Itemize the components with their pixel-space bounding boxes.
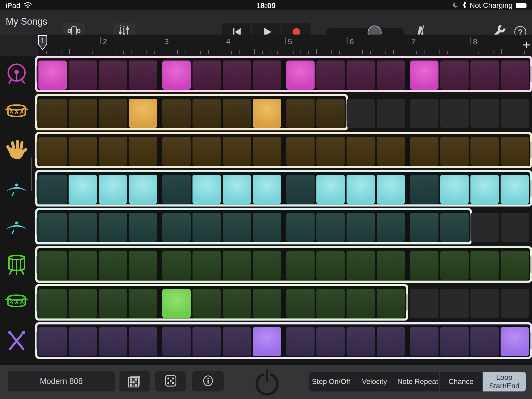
step-cell[interactable] <box>223 175 251 204</box>
step-cell[interactable] <box>501 137 529 166</box>
step-cell[interactable] <box>129 137 157 166</box>
step-cell[interactable] <box>99 213 127 242</box>
step-cell[interactable] <box>253 61 281 90</box>
step-cell[interactable] <box>129 289 157 318</box>
step-cell[interactable] <box>470 99 499 128</box>
step-cell[interactable] <box>286 213 315 242</box>
step-cell[interactable] <box>192 213 221 242</box>
step-cell[interactable] <box>38 289 67 318</box>
step-cell[interactable] <box>501 251 529 280</box>
mode-button-velocity[interactable]: Velocity <box>353 372 396 391</box>
step-cell[interactable] <box>192 251 221 280</box>
step-cell[interactable] <box>501 61 529 90</box>
step-cell[interactable] <box>440 61 469 90</box>
step-cell[interactable] <box>129 175 157 204</box>
step-cell[interactable] <box>501 99 529 128</box>
step-cell[interactable] <box>347 289 375 318</box>
floor-tom-icon[interactable] <box>5 252 29 276</box>
step-cell[interactable] <box>69 213 97 242</box>
step-cell[interactable] <box>377 61 405 90</box>
step-cell[interactable] <box>192 137 221 166</box>
step-cell[interactable] <box>38 175 67 204</box>
step-cell[interactable] <box>99 137 127 166</box>
step-cell[interactable] <box>69 251 97 280</box>
step-cell[interactable] <box>253 251 281 280</box>
step-cell[interactable] <box>316 137 345 166</box>
step-cell[interactable] <box>129 327 157 356</box>
step-cell[interactable] <box>440 213 469 242</box>
step-cell[interactable] <box>162 327 191 356</box>
step-cell[interactable] <box>347 327 375 356</box>
step-cell[interactable] <box>192 175 221 204</box>
step-cell[interactable] <box>223 289 251 318</box>
step-cell[interactable] <box>38 137 67 166</box>
step-cell[interactable] <box>410 327 438 356</box>
step-cell[interactable] <box>440 99 469 128</box>
step-cell[interactable] <box>377 327 405 356</box>
step-cell[interactable] <box>410 137 438 166</box>
step-cell[interactable] <box>501 327 529 356</box>
step-cell[interactable] <box>38 213 67 242</box>
step-cell[interactable] <box>129 61 157 90</box>
step-cell[interactable] <box>410 251 438 280</box>
step-cell[interactable] <box>223 137 251 166</box>
mode-button-step-on-off[interactable]: Step On/Off <box>309 372 353 391</box>
step-cell[interactable] <box>69 61 97 90</box>
step-cell[interactable] <box>470 213 499 242</box>
snare-drum-icon[interactable] <box>5 100 29 124</box>
loop-end-handle[interactable] <box>530 332 531 349</box>
step-cell[interactable] <box>470 327 499 356</box>
step-cell[interactable] <box>69 175 97 204</box>
step-cell[interactable] <box>316 213 345 242</box>
step-cell[interactable] <box>223 213 251 242</box>
step-cell[interactable] <box>377 251 405 280</box>
step-cell[interactable] <box>470 61 499 90</box>
step-cell[interactable] <box>253 289 281 318</box>
step-cell[interactable] <box>162 251 191 280</box>
step-cell[interactable] <box>470 175 499 204</box>
step-cell[interactable] <box>162 99 191 128</box>
mode-button-chance[interactable]: Chance <box>439 372 483 391</box>
step-cell[interactable] <box>377 137 405 166</box>
step-cell[interactable] <box>162 175 191 204</box>
loop-end-handle[interactable] <box>530 142 531 158</box>
step-cell[interactable] <box>129 99 157 128</box>
step-cell[interactable] <box>470 137 499 166</box>
step-cell[interactable] <box>38 327 67 356</box>
step-cell[interactable] <box>440 327 469 356</box>
step-cell[interactable] <box>99 61 127 90</box>
step-cell[interactable] <box>162 213 191 242</box>
step-cell[interactable] <box>99 327 127 356</box>
step-cell[interactable] <box>253 213 281 242</box>
loop-end-handle[interactable] <box>469 218 471 235</box>
step-cell[interactable] <box>223 251 251 280</box>
step-cell[interactable] <box>286 61 315 90</box>
cymbal-icon[interactable] <box>5 176 29 200</box>
loop-start-handle[interactable] <box>36 142 38 158</box>
step-cell[interactable] <box>316 99 345 128</box>
info-button[interactable] <box>192 371 224 391</box>
step-cell[interactable] <box>410 175 438 204</box>
step-cell[interactable] <box>253 175 281 204</box>
step-cell[interactable] <box>129 251 157 280</box>
step-cell[interactable] <box>470 289 499 318</box>
loop-start-handle[interactable] <box>36 180 38 197</box>
bass-drum-icon[interactable] <box>5 62 29 86</box>
step-cell[interactable] <box>223 327 251 356</box>
step-cell[interactable] <box>223 61 251 90</box>
step-cell[interactable] <box>162 137 191 166</box>
step-cell[interactable] <box>253 327 281 356</box>
step-cell[interactable] <box>377 289 405 318</box>
step-cell[interactable] <box>410 61 438 90</box>
step-cell[interactable] <box>440 175 469 204</box>
loop-end-handle[interactable] <box>406 294 408 311</box>
step-cell[interactable] <box>69 327 97 356</box>
step-cell[interactable] <box>410 99 438 128</box>
step-cell[interactable] <box>286 289 315 318</box>
step-cell[interactable] <box>377 213 405 242</box>
step-cell[interactable] <box>347 213 375 242</box>
step-cell[interactable] <box>129 213 157 242</box>
drumsticks-icon[interactable] <box>5 329 29 353</box>
step-cell[interactable] <box>69 99 97 128</box>
step-cell[interactable] <box>162 289 191 318</box>
